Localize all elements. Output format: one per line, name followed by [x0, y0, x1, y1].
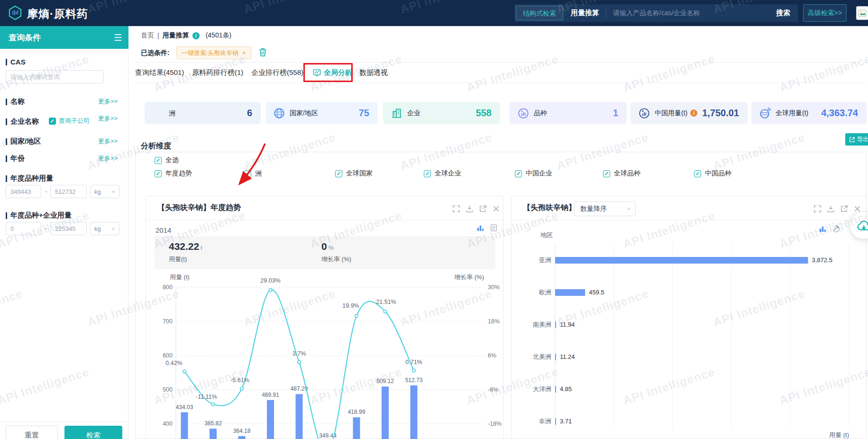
checkbox-checked-icon[interactable]: ✓ [49, 118, 56, 125]
cas-section-label: CAS [6, 58, 26, 66]
checkbox-checked-icon[interactable]: ✓ [155, 157, 162, 164]
svg-text:北美洲: 北美洲 [533, 353, 551, 360]
tab-label: 全局分析 [324, 68, 352, 77]
svg-text:600: 600 [163, 352, 173, 359]
country-more-link[interactable]: 更多>> [98, 137, 118, 146]
user-image-icon[interactable] [856, 6, 868, 20]
svg-text:364.18: 364.18 [233, 428, 251, 434]
checkbox-checked-icon[interactable]: ✓ [424, 170, 431, 177]
external-link-icon[interactable] [478, 204, 487, 213]
stat-card-0: 洲6 [145, 102, 261, 124]
name-more-link[interactable]: 更多>> [98, 97, 118, 106]
search-button[interactable]: 搜索 [776, 9, 790, 18]
checkbox-checked-icon[interactable]: ✓ [155, 170, 162, 177]
annual-company-min-input[interactable] [6, 222, 41, 235]
tab-0[interactable]: 查询结果(4501) [135, 63, 184, 82]
kpi-year: 2014 [155, 226, 171, 234]
download-icon[interactable] [826, 204, 835, 213]
clear-filters-trash-icon[interactable] [258, 47, 268, 59]
breadcrumb: 首页 | 用量推算 i (4501条) [141, 31, 231, 40]
range-separator: - [45, 225, 47, 232]
breadcrumb-home[interactable]: 首页 [141, 31, 154, 40]
fullscreen-icon[interactable] [813, 204, 822, 213]
dim-0[interactable]: ✓年度趋势 [155, 169, 192, 178]
tab-2[interactable]: 企业排行榜(558) [251, 63, 303, 82]
building-icon [391, 107, 403, 119]
dim-2[interactable]: ✓全球国家 [335, 169, 373, 178]
advanced-search-button[interactable]: 高级检索>> [803, 4, 847, 22]
checkbox-checked-icon[interactable]: ✓ [335, 170, 342, 177]
divider [0, 422, 128, 422]
tab-1[interactable]: 原料药排行榜(1) [192, 63, 243, 82]
dim-1[interactable]: ✓洲 [244, 169, 262, 178]
kpi-growth: 0% 增长率 (%) [321, 241, 351, 264]
export-button[interactable]: 导出 [845, 133, 868, 146]
report-toggle[interactable] [490, 224, 498, 232]
cas-keyword-input[interactable] [6, 70, 104, 83]
tag-close-icon[interactable]: × [242, 49, 246, 56]
sort-dropdown[interactable]: 数量降序 ∨ [574, 201, 636, 216]
stat-label: 全球用量(t) [776, 109, 808, 118]
usage-calc-nav[interactable]: 用量推算 [571, 9, 599, 18]
dim-4[interactable]: ✓中国企业 [515, 169, 552, 178]
svg-text:19.9%: 19.9% [342, 302, 359, 309]
annual-usage-max-input[interactable] [50, 185, 87, 198]
annual-company-unit-select[interactable]: kg ∨ [90, 222, 119, 235]
tab-label: 原料药排行榜(1) [192, 68, 243, 77]
brand-logo[interactable]: 摩熵·原料药 [8, 5, 88, 22]
svg-text:大洋洲: 大洋洲 [533, 385, 551, 393]
annual-usage-unit-select[interactable]: kg ∨ [90, 185, 119, 198]
tab-4[interactable]: 数据透视 [359, 63, 388, 82]
close-icon[interactable] [853, 204, 861, 213]
structure-search-button[interactable]: 结构式检索 [516, 6, 563, 20]
reset-button[interactable]: 重置 [6, 426, 58, 439]
bar-chart-toggle[interactable] [476, 224, 484, 232]
filter-tag: 一键搜索:头孢呋辛钠 × [176, 46, 251, 59]
kpi-strip: 432.22t 用量(t) 0% 增长率 (%) [155, 236, 495, 269]
annual-company-max-input[interactable] [50, 222, 87, 235]
watermark-text: API Intelligence [777, 52, 868, 94]
svg-text:400: 400 [163, 421, 173, 427]
info-icon[interactable]: i [690, 110, 697, 117]
china-usage-icon [638, 107, 650, 119]
company-more-link[interactable]: 更多>> [98, 114, 118, 123]
checkbox-checked-icon[interactable]: ✓ [694, 170, 701, 177]
svg-text:0.42%: 0.42% [165, 360, 182, 366]
search-submit-button[interactable]: 检索 [64, 426, 122, 439]
selected-filters-label: 已选条件: [141, 49, 170, 57]
checkbox-checked-icon[interactable]: ✓ [603, 170, 610, 177]
download-icon[interactable] [465, 204, 474, 213]
svg-text:459.5: 459.5 [589, 289, 604, 296]
svg-text:南美洲: 南美洲 [533, 321, 551, 328]
download-icon [466, 205, 474, 213]
close-icon[interactable] [492, 204, 500, 213]
dim-select-all[interactable]: ✓全选 [155, 156, 179, 165]
svg-text:增长率 (%): 增长率 (%) [454, 274, 484, 281]
fullscreen-icon[interactable] [452, 204, 460, 213]
dim-6[interactable]: ✓中国品种 [694, 169, 731, 178]
stat-label: 中国用量(t) [655, 109, 687, 118]
continent-plot: 地区亚洲3,872.5欧洲459.5南美洲11.94北美洲11.24大洋洲4.8… [512, 229, 867, 439]
checkbox-checked-icon[interactable]: ✓ [515, 170, 522, 177]
stat-card-5: 全球用量(t)4,363.74 [751, 102, 867, 124]
annual-company-usage-section-label: 年度品种+企业用量 [6, 211, 72, 220]
tab-3[interactable]: 全局分析 [313, 63, 352, 82]
checkbox-checked-icon[interactable]: ✓ [244, 170, 251, 177]
year-more-link[interactable]: 更多>> [98, 154, 118, 163]
dim-label: 年度趋势 [165, 169, 192, 178]
menu-icon[interactable]: ☰ [114, 32, 122, 43]
subsidiary-option[interactable]: ✓ 查询子公司 [49, 117, 90, 125]
product-search-input[interactable]: 请输入产品名称/cas/企业名称 [613, 9, 776, 18]
annual-usage-min-input[interactable] [6, 185, 41, 198]
external-link-icon[interactable] [840, 204, 848, 213]
svg-text:4.85: 4.85 [560, 385, 572, 393]
stat-label: 品种 [534, 109, 547, 118]
app-root: 摩熵·原料药 结构式检索 用量推算 请输入产品名称/cas/企业名称 搜索 高级… [0, 0, 868, 439]
stat-value: 1 [613, 108, 618, 119]
dim-3[interactable]: ✓全球企业 [424, 169, 461, 178]
svg-text:欧洲: 欧洲 [539, 289, 551, 296]
info-icon[interactable]: i [192, 32, 200, 39]
company-section-label: 企业名称 [6, 117, 39, 126]
dim-5[interactable]: ✓全球品种 [603, 169, 640, 178]
sort-value: 数量降序 [580, 205, 607, 213]
